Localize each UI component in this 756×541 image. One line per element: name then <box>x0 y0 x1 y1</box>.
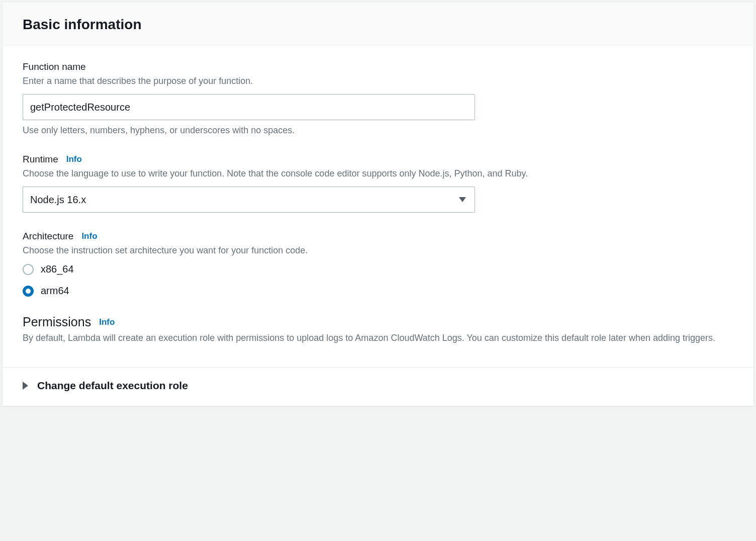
architecture-radio-arm64[interactable]: arm64 <box>23 285 733 297</box>
execution-role-section: Change default execution role <box>3 367 753 406</box>
runtime-selected-value: Node.js 16.x <box>30 194 86 206</box>
triangle-right-icon <box>23 382 28 390</box>
permissions-field: Permissions Info By default, Lambda will… <box>23 315 733 345</box>
radio-checked-icon <box>23 286 34 297</box>
function-name-hint: Use only letters, numbers, hyphens, or u… <box>23 125 733 136</box>
runtime-description: Choose the language to use to write your… <box>23 167 733 181</box>
function-name-input[interactable] <box>23 94 475 120</box>
radio-unchecked-icon <box>23 264 34 275</box>
runtime-label-row: Runtime Info <box>23 154 733 165</box>
permissions-description: By default, Lambda will create an execut… <box>23 331 733 345</box>
runtime-select[interactable]: Node.js 16.x <box>23 187 475 213</box>
panel-title: Basic information <box>23 17 733 33</box>
change-execution-role-label: Change default execution role <box>37 380 188 392</box>
permissions-info-link[interactable]: Info <box>99 317 115 327</box>
panel-header: Basic information <box>3 3 753 45</box>
function-name-label: Function name <box>23 61 86 72</box>
architecture-radio-x86_64[interactable]: x86_64 <box>23 263 733 275</box>
basic-information-panel: Basic information Function name Enter a … <box>2 2 754 406</box>
panel-body: Function name Enter a name that describe… <box>3 45 753 367</box>
runtime-info-link[interactable]: Info <box>66 154 82 164</box>
architecture-radio-group: x86_64 arm64 <box>23 263 733 297</box>
architecture-label: Architecture <box>23 231 73 242</box>
function-name-field: Function name Enter a name that describe… <box>23 61 733 136</box>
change-execution-role-toggle[interactable]: Change default execution role <box>23 380 733 392</box>
permissions-label: Permissions <box>23 315 91 329</box>
architecture-field: Architecture Info Choose the instruction… <box>23 231 733 297</box>
architecture-description: Choose the instruction set architecture … <box>23 244 733 257</box>
function-name-label-row: Function name <box>23 61 733 72</box>
runtime-label: Runtime <box>23 154 58 165</box>
function-name-description: Enter a name that describes the purpose … <box>23 74 733 88</box>
architecture-info-link[interactable]: Info <box>81 231 97 241</box>
architecture-label-row: Architecture Info <box>23 231 733 242</box>
architecture-arm64-label: arm64 <box>41 285 69 297</box>
runtime-field: Runtime Info Choose the language to use … <box>23 154 733 213</box>
permissions-label-row: Permissions Info <box>23 315 733 329</box>
runtime-select-wrapper: Node.js 16.x <box>23 187 475 213</box>
architecture-x86_64-label: x86_64 <box>41 263 74 275</box>
